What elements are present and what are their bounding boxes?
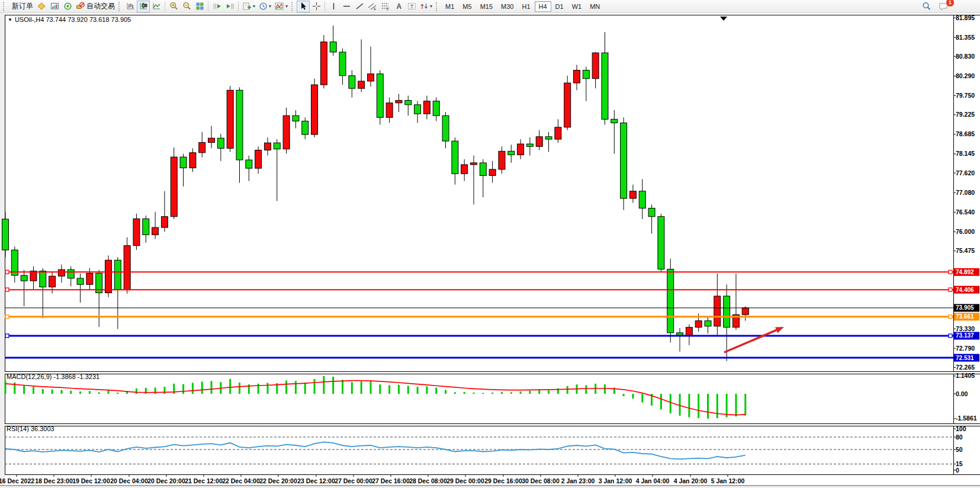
price-badge-label: 72.531 — [956, 355, 974, 361]
bear-candle — [236, 90, 243, 160]
tile-windows-icon — [195, 2, 204, 11]
line-handle[interactable] — [5, 334, 9, 338]
text-label-button[interactable]: T — [405, 1, 418, 12]
macd-histogram-bar — [435, 387, 437, 394]
macd-histogram-bar — [716, 394, 718, 418]
arrows-button[interactable]: ▾ — [418, 1, 434, 12]
new-order-button[interactable]: 新订单 — [8, 1, 35, 12]
market-watch-button[interactable] — [48, 1, 61, 12]
bear-candle — [705, 321, 711, 326]
timeframe-d1[interactable]: D1 — [551, 1, 568, 12]
macd-histogram-bar — [98, 392, 100, 394]
timeframe-h4[interactable]: H4 — [535, 1, 551, 12]
toolbar-grip[interactable] — [436, 2, 439, 11]
fibonacci-button[interactable]: F — [379, 1, 392, 12]
zoom-in-button[interactable] — [167, 1, 180, 12]
equidistant-channel-button[interactable]: E — [366, 1, 379, 12]
chart-background — [5, 13, 980, 486]
macd-histogram-bar — [229, 379, 231, 394]
one-click-trading-icon[interactable]: ▼ — [8, 17, 12, 23]
macd-histogram-bar — [33, 387, 34, 394]
timeframe-m5[interactable]: M5 — [458, 1, 475, 12]
timeframe-w1[interactable]: W1 — [568, 1, 586, 12]
candle-chart-button[interactable] — [137, 1, 150, 12]
search-button[interactable] — [920, 1, 933, 12]
macd-histogram-bar — [482, 393, 484, 394]
timeframe-m30[interactable]: M30 — [497, 1, 518, 12]
bear-candle — [480, 163, 486, 175]
bull-candle — [105, 260, 112, 293]
bear-candle — [21, 275, 27, 281]
gold-ingot-button[interactable] — [35, 1, 48, 12]
bull-candle — [714, 296, 721, 326]
price-badge-label: 74.892 — [956, 269, 974, 275]
periods-button[interactable]: ▾ — [257, 1, 273, 12]
crosshair-button[interactable] — [310, 1, 323, 12]
auto-trading-button[interactable]: 自动交易 — [74, 1, 117, 12]
line-handle[interactable] — [5, 288, 9, 291]
bull-candle — [518, 144, 524, 155]
bull-candle — [555, 127, 561, 139]
bull-candle — [536, 137, 542, 147]
text-button[interactable]: A — [392, 1, 405, 12]
price-badge-label: 73.661 — [956, 313, 974, 320]
time-axis-label: 4 Jan 04:00 — [636, 477, 670, 484]
line-handle[interactable] — [949, 315, 952, 319]
macd-histogram-bar — [510, 392, 512, 394]
indicators-button[interactable]: ▾ — [273, 1, 290, 12]
navigator-button[interactable] — [61, 1, 74, 12]
zoom-out-button[interactable] — [180, 1, 193, 12]
chart-shift-icon — [226, 2, 234, 11]
line-handle[interactable] — [949, 288, 952, 291]
time-axis-label: 30 Dec 08:00 — [522, 477, 560, 484]
macd-histogram-bar — [304, 383, 306, 394]
tile-windows-button[interactable] — [193, 1, 206, 12]
macd-histogram-bar — [388, 385, 390, 394]
bar-chart-button[interactable] — [124, 1, 137, 12]
macd-histogram-bar — [426, 386, 428, 394]
toolbar-grip[interactable] — [291, 2, 295, 11]
vertical-line-button[interactable] — [327, 1, 340, 12]
toolbar-grip[interactable] — [3, 2, 7, 11]
time-axis-label: 5 Jan 12:00 — [711, 477, 745, 484]
timeframe-mn[interactable]: MN — [586, 1, 604, 12]
price-axis-label: 76.540 — [956, 208, 975, 216]
horizontal-line-button[interactable] — [340, 1, 353, 12]
macd-histogram-bar — [632, 394, 634, 399]
chart-shift-button[interactable] — [223, 1, 236, 12]
trendline-button[interactable] — [353, 1, 366, 12]
macd-histogram-bar — [266, 383, 268, 394]
line-handle[interactable] — [5, 315, 9, 319]
bear-candle — [293, 115, 299, 121]
timeframe-h1[interactable]: H1 — [518, 1, 534, 12]
bear-candle — [77, 278, 83, 284]
price-axis-label: 78.145 — [956, 150, 975, 157]
chart-canvas[interactable]: 81.89581.35580.83080.29079.75079.22578.6… — [0, 13, 980, 486]
bear-candle — [602, 53, 608, 119]
bear-candle — [143, 219, 149, 235]
new-chart-button[interactable]: ▾ — [240, 1, 257, 12]
bull-candle — [124, 246, 130, 290]
time-axis-label: 3 Jan 12:00 — [599, 477, 632, 484]
price-axis-label: 80.830 — [956, 53, 975, 60]
macd-histogram-bar — [548, 390, 550, 394]
macd-histogram-bar — [201, 381, 203, 394]
auto-scroll-icon — [213, 2, 221, 11]
auto-trading-label: 自动交易 — [86, 1, 115, 11]
line-handle[interactable] — [5, 270, 9, 274]
toolbar-grip[interactable] — [118, 2, 122, 11]
price-axis-label: 76.000 — [956, 228, 975, 235]
line-handle[interactable] — [949, 270, 952, 274]
bear-candle — [302, 121, 309, 134]
bull-candle — [283, 115, 290, 149]
rsi-indicator-label: RSI(14) 36.3003 — [7, 425, 54, 432]
cursor-button[interactable] — [297, 1, 310, 12]
timeframe-m1[interactable]: M1 — [441, 1, 458, 12]
bear-candle — [545, 137, 552, 139]
timeframe-m15[interactable]: M15 — [476, 1, 497, 12]
line-handle[interactable] — [949, 334, 952, 338]
auto-scroll-button[interactable] — [210, 1, 223, 12]
line-chart-button[interactable] — [150, 1, 163, 12]
macd-histogram-bar — [641, 394, 643, 403]
arrows-icon — [420, 2, 429, 11]
